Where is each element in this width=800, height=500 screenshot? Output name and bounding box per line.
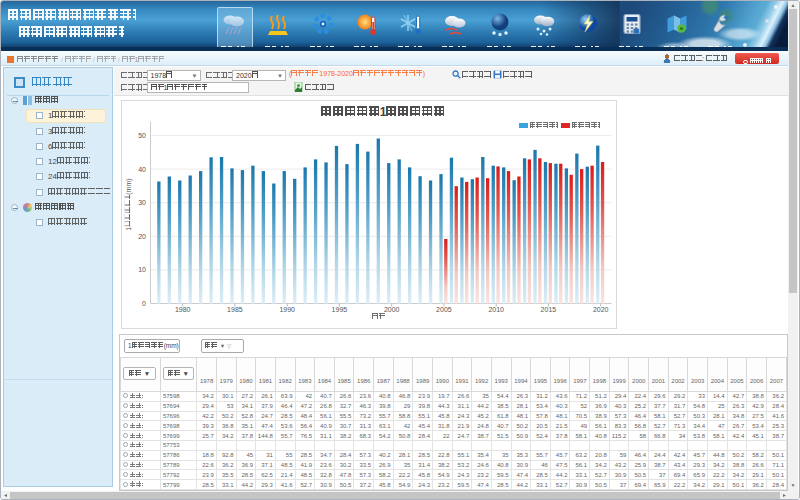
- svg-text:30: 30: [138, 199, 146, 206]
- svg-text:40: 40: [138, 166, 146, 173]
- svg-text:1985: 1985: [227, 306, 243, 313]
- svg-text:50: 50: [138, 132, 146, 139]
- svg-text:1990: 1990: [279, 306, 295, 313]
- svg-text:0: 0: [142, 300, 146, 307]
- svg-text:20: 20: [138, 233, 146, 240]
- svg-text:2015: 2015: [541, 306, 557, 313]
- svg-text:2000: 2000: [384, 306, 400, 313]
- svg-text:2005: 2005: [436, 306, 452, 313]
- svg-text:2020: 2020: [593, 306, 609, 313]
- svg-text:2010: 2010: [488, 306, 504, 313]
- svg-text:1980: 1980: [175, 306, 191, 313]
- svg-text:1995: 1995: [332, 306, 348, 313]
- svg-text:10: 10: [138, 266, 146, 273]
